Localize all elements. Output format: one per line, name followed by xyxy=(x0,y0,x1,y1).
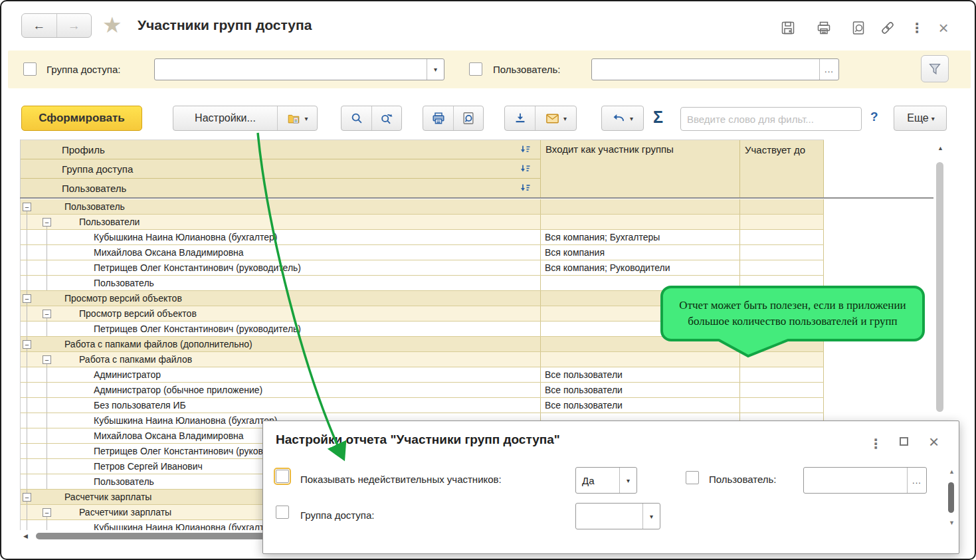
cell-participates-until[interactable] xyxy=(739,230,824,244)
access-group-filter-input[interactable] xyxy=(155,59,427,80)
cell-profile-group-user[interactable]: Михайлова Оксана Владимировна xyxy=(60,245,540,260)
table-row[interactable]: − − Кубышкина Наина Юлиановна (бухгалтер… xyxy=(21,230,824,245)
totals-sigma-button[interactable]: Σ xyxy=(653,108,663,127)
cell-participates-until[interactable] xyxy=(739,199,824,214)
cell-profile-group-user[interactable]: Без пользователя ИБ xyxy=(60,398,540,413)
settings-button[interactable]: Настройки... xyxy=(173,106,277,130)
tree-collapse-icon[interactable]: − xyxy=(43,508,51,517)
user-choose-button[interactable]: ... xyxy=(819,59,838,80)
dialog-close-button[interactable]: × xyxy=(929,433,939,450)
tree-collapse-icon[interactable]: − xyxy=(23,294,31,303)
report-variants-button[interactable]: ▾ xyxy=(277,106,317,130)
header-access-group[interactable]: Группа доступа xyxy=(21,159,540,179)
table-row[interactable]: − − Михайлова Оксана Владимировна Вся ко… xyxy=(21,245,824,260)
filter-settings-button[interactable] xyxy=(921,55,949,82)
cell-profile-group-user[interactable]: Кубышкина Наина Юлиановна (бухгалтер) xyxy=(60,230,540,244)
dialog-scroll-up-icon[interactable]: ▲ xyxy=(949,468,955,475)
cell-participates-until[interactable] xyxy=(739,260,824,275)
dialog-access-group-checkbox[interactable] xyxy=(276,506,289,519)
table-row[interactable]: − − Работа с папками файлов xyxy=(21,352,824,367)
table-row[interactable]: − − Пользователи xyxy=(21,215,824,230)
access-group-dropdown-button[interactable]: ▾ xyxy=(427,59,444,80)
cell-profile-group-user[interactable]: Работа с папками файлов xyxy=(60,352,540,367)
table-row[interactable]: − − Петрищев Олег Константинович (руково… xyxy=(21,260,824,276)
cell-member-of-group[interactable]: Все пользователи xyxy=(540,383,739,397)
access-group-filter-checkbox[interactable] xyxy=(23,62,37,76)
tree-collapse-icon[interactable]: − xyxy=(23,203,31,211)
tree-collapse-icon[interactable]: − xyxy=(43,218,51,227)
cell-member-of-group[interactable]: Вся компания; Бухгалтеры xyxy=(540,230,739,244)
cell-participates-until[interactable] xyxy=(739,398,824,413)
tree-collapse-icon[interactable]: − xyxy=(23,493,31,502)
more-actions-button[interactable]: Еще ▾ xyxy=(894,106,946,130)
user-filter-checkbox[interactable] xyxy=(469,62,482,76)
dialog-maximize-button[interactable] xyxy=(900,437,908,446)
dialog-user-checkbox[interactable] xyxy=(686,471,699,484)
get-link-button[interactable] xyxy=(878,19,897,37)
dialog-access-group-value[interactable] xyxy=(576,504,642,529)
find-next-button[interactable] xyxy=(371,106,401,130)
send-email-button[interactable]: ▾ xyxy=(535,106,576,130)
dialog-scroll-down-icon[interactable]: ▼ xyxy=(949,519,955,526)
cell-member-of-group[interactable] xyxy=(540,199,739,214)
header-member-of-group[interactable]: Входит как участник группы xyxy=(540,140,739,198)
back-button[interactable]: ← xyxy=(22,14,56,37)
print-button[interactable] xyxy=(815,19,833,37)
toolbar-preview-button[interactable] xyxy=(453,106,483,130)
show-invalid-members-value[interactable]: Да xyxy=(576,468,619,493)
favorite-star-icon[interactable]: ★ xyxy=(102,12,122,38)
cell-profile-group-user[interactable]: Работа с папками файлов (дополнительно) xyxy=(60,337,540,351)
window-close-button[interactable]: × xyxy=(934,19,953,37)
show-invalid-dropdown-button[interactable]: ▾ xyxy=(619,468,636,493)
cell-profile-group-user[interactable]: Просмотр версий объектов xyxy=(60,291,540,306)
cell-profile-group-user[interactable]: Администратор (обычное приложение) xyxy=(60,383,540,397)
cell-member-of-group[interactable]: Вся компания; Руководители xyxy=(540,260,739,275)
cell-member-of-group[interactable] xyxy=(540,215,739,229)
header-participates-until[interactable]: Участвует до xyxy=(739,140,824,198)
tree-collapse-icon[interactable]: − xyxy=(43,310,51,318)
undo-button[interactable]: ▾ xyxy=(602,106,643,130)
cell-member-of-group[interactable]: Все пользователи xyxy=(540,367,739,382)
window-more-button[interactable]: ⋮ xyxy=(908,19,926,37)
cell-profile-group-user[interactable]: Пользователь xyxy=(60,199,540,214)
forward-button[interactable]: → xyxy=(56,14,92,37)
table-row[interactable]: − − Без пользователя ИБ Все пользователи xyxy=(21,398,824,413)
header-user[interactable]: Пользователь xyxy=(21,179,540,198)
table-row[interactable]: − − Администратор (обычное приложение) В… xyxy=(21,383,824,398)
generate-report-button[interactable]: Сформировать xyxy=(21,106,142,131)
vertical-scrollbar-thumb[interactable] xyxy=(936,162,943,412)
tree-collapse-icon[interactable]: − xyxy=(43,355,51,364)
user-filter-input[interactable] xyxy=(592,59,819,80)
show-invalid-members-checkbox[interactable] xyxy=(276,470,289,483)
save-button[interactable] xyxy=(779,19,797,37)
dialog-more-button[interactable]: ⋮ xyxy=(869,436,882,452)
save-result-button[interactable] xyxy=(505,106,535,130)
dialog-user-choose-button[interactable]: ... xyxy=(907,468,926,493)
cell-profile-group-user[interactable]: Петрищев Олег Константинович (руководите… xyxy=(60,260,540,275)
cell-profile-group-user[interactable]: Просмотр версий объектов xyxy=(60,306,540,321)
cell-participates-until[interactable] xyxy=(739,245,824,260)
table-row[interactable]: − − Администратор Все пользователи xyxy=(21,367,824,383)
help-button[interactable]: ? xyxy=(870,110,878,124)
scroll-up-arrow-icon[interactable]: ▲ xyxy=(937,145,943,151)
cell-participates-until[interactable] xyxy=(739,367,824,382)
tree-collapse-icon[interactable]: − xyxy=(23,340,31,349)
cell-member-of-group[interactable] xyxy=(540,352,739,367)
cell-member-of-group[interactable]: Вся компания xyxy=(540,245,739,260)
dialog-scrollbar-thumb[interactable] xyxy=(948,482,954,513)
header-profile[interactable]: Профиль xyxy=(21,140,540,159)
cell-participates-until[interactable] xyxy=(739,215,824,229)
preview-button[interactable] xyxy=(849,19,868,37)
toolbar-print-button[interactable] xyxy=(423,106,453,130)
cell-profile-group-user[interactable]: Администратор xyxy=(60,367,540,382)
cell-profile-group-user[interactable]: Пользователи xyxy=(60,215,540,229)
cell-profile-group-user[interactable]: Пользователь xyxy=(60,276,540,290)
scroll-left-arrow-icon[interactable]: ◀ xyxy=(23,533,28,539)
word-filter-input[interactable] xyxy=(681,108,861,130)
cell-participates-until[interactable] xyxy=(739,383,824,397)
find-button[interactable] xyxy=(342,106,371,130)
dialog-access-group-dropdown-button[interactable]: ▾ xyxy=(642,504,660,529)
cell-member-of-group[interactable]: Все пользователи xyxy=(540,398,739,413)
cell-profile-group-user[interactable]: Петрищев Олег Константинович (руководите… xyxy=(60,322,540,336)
dialog-user-input[interactable] xyxy=(804,468,907,493)
